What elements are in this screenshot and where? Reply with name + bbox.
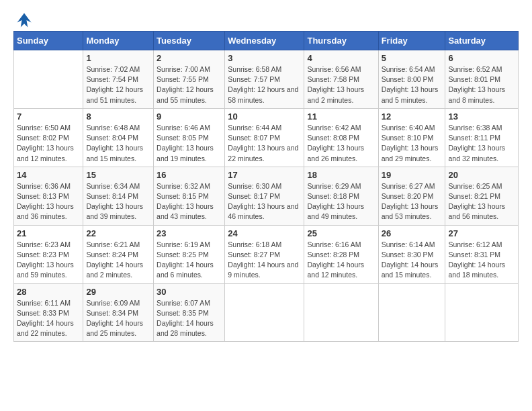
day-header-thursday: Thursday: [304, 32, 378, 50]
day-cell: 14 Sunrise: 6:36 AMSunset: 8:13 PMDaylig…: [14, 167, 83, 225]
day-info: Sunrise: 6:34 AMSunset: 8:14 PMDaylight:…: [86, 181, 150, 222]
day-info: Sunrise: 7:00 AMSunset: 7:55 PMDaylight:…: [157, 64, 222, 105]
day-cell: [14, 50, 83, 109]
day-info: Sunrise: 6:19 AMSunset: 8:25 PMDaylight:…: [157, 240, 222, 281]
logo-icon: [15, 11, 34, 30]
day-number: 27: [448, 228, 515, 238]
day-number: 26: [382, 228, 443, 238]
day-info: Sunrise: 6:44 AMSunset: 8:07 PMDaylight:…: [228, 123, 301, 164]
day-number: 23: [157, 228, 222, 238]
day-number: 30: [157, 287, 222, 297]
day-number: 16: [157, 170, 222, 180]
day-info: Sunrise: 6:58 AMSunset: 7:57 PMDaylight:…: [228, 64, 301, 105]
day-info: Sunrise: 6:46 AMSunset: 8:05 PMDaylight:…: [157, 123, 222, 164]
day-info: Sunrise: 6:42 AMSunset: 8:08 PMDaylight:…: [307, 123, 375, 164]
day-cell: 2 Sunrise: 7:00 AMSunset: 7:55 PMDayligh…: [154, 50, 225, 109]
day-info: Sunrise: 6:30 AMSunset: 8:17 PMDaylight:…: [228, 181, 301, 222]
day-info: Sunrise: 6:16 AMSunset: 8:28 PMDaylight:…: [307, 240, 375, 281]
day-number: 22: [86, 228, 150, 238]
day-cell: 23 Sunrise: 6:19 AMSunset: 8:25 PMDaylig…: [154, 225, 225, 283]
page-header: [13, 11, 519, 27]
day-info: Sunrise: 6:36 AMSunset: 8:13 PMDaylight:…: [17, 181, 80, 222]
day-cell: 1 Sunrise: 7:02 AMSunset: 7:54 PMDayligh…: [83, 50, 154, 109]
day-info: Sunrise: 6:07 AMSunset: 8:35 PMDaylight:…: [157, 298, 222, 339]
day-header-wednesday: Wednesday: [225, 32, 304, 50]
day-number: 18: [307, 170, 375, 180]
day-cell: [445, 283, 519, 342]
day-info: Sunrise: 6:25 AMSunset: 8:21 PMDaylight:…: [448, 181, 515, 222]
day-info: Sunrise: 6:29 AMSunset: 8:18 PMDaylight:…: [307, 181, 375, 222]
day-cell: 7 Sunrise: 6:50 AMSunset: 8:02 PMDayligh…: [14, 108, 83, 167]
day-cell: 8 Sunrise: 6:48 AMSunset: 8:04 PMDayligh…: [83, 108, 154, 167]
day-info: Sunrise: 6:12 AMSunset: 8:31 PMDaylight:…: [448, 240, 515, 281]
day-cell: [378, 283, 445, 342]
day-number: 15: [86, 170, 150, 180]
day-header-tuesday: Tuesday: [154, 32, 225, 50]
day-number: 21: [17, 228, 80, 238]
day-info: Sunrise: 6:27 AMSunset: 8:20 PMDaylight:…: [382, 181, 443, 222]
day-info: Sunrise: 6:38 AMSunset: 8:11 PMDaylight:…: [448, 123, 515, 164]
day-number: 6: [448, 53, 515, 63]
day-info: Sunrise: 6:40 AMSunset: 8:10 PMDaylight:…: [382, 123, 443, 164]
day-number: 24: [228, 228, 301, 238]
day-cell: 29 Sunrise: 6:09 AMSunset: 8:34 PMDaylig…: [83, 283, 154, 342]
day-cell: 18 Sunrise: 6:29 AMSunset: 8:18 PMDaylig…: [304, 167, 378, 225]
day-number: 17: [228, 170, 301, 180]
day-cell: 15 Sunrise: 6:34 AMSunset: 8:14 PMDaylig…: [83, 167, 154, 225]
day-info: Sunrise: 6:09 AMSunset: 8:34 PMDaylight:…: [86, 298, 150, 339]
day-info: Sunrise: 6:11 AMSunset: 8:33 PMDaylight:…: [17, 298, 80, 339]
day-cell: 19 Sunrise: 6:27 AMSunset: 8:20 PMDaylig…: [378, 167, 445, 225]
day-cell: 26 Sunrise: 6:14 AMSunset: 8:30 PMDaylig…: [378, 225, 445, 283]
week-row-2: 7 Sunrise: 6:50 AMSunset: 8:02 PMDayligh…: [14, 108, 519, 167]
day-number: 29: [86, 287, 150, 297]
day-info: Sunrise: 6:32 AMSunset: 8:15 PMDaylight:…: [157, 181, 222, 222]
day-number: 28: [17, 287, 80, 297]
day-cell: 4 Sunrise: 6:56 AMSunset: 7:58 PMDayligh…: [304, 50, 378, 109]
day-cell: 13 Sunrise: 6:38 AMSunset: 8:11 PMDaylig…: [445, 108, 519, 167]
week-row-5: 28 Sunrise: 6:11 AMSunset: 8:33 PMDaylig…: [14, 283, 519, 342]
day-number: 14: [17, 170, 80, 180]
calendar-body: 1 Sunrise: 7:02 AMSunset: 7:54 PMDayligh…: [14, 50, 519, 342]
day-header-friday: Friday: [378, 32, 445, 50]
logo: [13, 11, 34, 27]
day-cell: 17 Sunrise: 6:30 AMSunset: 8:17 PMDaylig…: [225, 167, 304, 225]
day-info: Sunrise: 6:48 AMSunset: 8:04 PMDaylight:…: [86, 123, 150, 164]
day-cell: 22 Sunrise: 6:21 AMSunset: 8:24 PMDaylig…: [83, 225, 154, 283]
day-number: 13: [448, 111, 515, 122]
day-info: Sunrise: 6:50 AMSunset: 8:02 PMDaylight:…: [17, 123, 80, 164]
day-info: Sunrise: 6:21 AMSunset: 8:24 PMDaylight:…: [86, 240, 150, 281]
day-cell: 5 Sunrise: 6:54 AMSunset: 8:00 PMDayligh…: [378, 50, 445, 109]
day-cell: [304, 283, 378, 342]
day-number: 8: [86, 111, 150, 122]
day-info: Sunrise: 6:56 AMSunset: 7:58 PMDaylight:…: [307, 64, 375, 105]
day-number: 19: [382, 170, 443, 180]
day-cell: 9 Sunrise: 6:46 AMSunset: 8:05 PMDayligh…: [154, 108, 225, 167]
day-number: 25: [307, 228, 375, 238]
day-cell: 6 Sunrise: 6:52 AMSunset: 8:01 PMDayligh…: [445, 50, 519, 109]
day-info: Sunrise: 6:52 AMSunset: 8:01 PMDaylight:…: [448, 64, 515, 105]
day-number: 9: [157, 111, 222, 122]
week-row-4: 21 Sunrise: 6:23 AMSunset: 8:23 PMDaylig…: [14, 225, 519, 283]
day-info: Sunrise: 6:54 AMSunset: 8:00 PMDaylight:…: [382, 64, 443, 105]
day-number: 4: [307, 53, 375, 63]
day-cell: 16 Sunrise: 6:32 AMSunset: 8:15 PMDaylig…: [154, 167, 225, 225]
day-cell: 12 Sunrise: 6:40 AMSunset: 8:10 PMDaylig…: [378, 108, 445, 167]
day-header-saturday: Saturday: [445, 32, 519, 50]
day-number: 11: [307, 111, 375, 122]
day-cell: 24 Sunrise: 6:18 AMSunset: 8:27 PMDaylig…: [225, 225, 304, 283]
svg-marker-0: [17, 13, 32, 28]
day-number: 5: [382, 53, 443, 63]
day-cell: 28 Sunrise: 6:11 AMSunset: 8:33 PMDaylig…: [14, 283, 83, 342]
day-header-monday: Monday: [83, 32, 154, 50]
day-info: Sunrise: 7:02 AMSunset: 7:54 PMDaylight:…: [86, 64, 150, 105]
week-row-1: 1 Sunrise: 7:02 AMSunset: 7:54 PMDayligh…: [14, 50, 519, 109]
day-cell: [225, 283, 304, 342]
day-number: 12: [382, 111, 443, 122]
day-number: 3: [228, 53, 301, 63]
day-cell: 21 Sunrise: 6:23 AMSunset: 8:23 PMDaylig…: [14, 225, 83, 283]
week-row-3: 14 Sunrise: 6:36 AMSunset: 8:13 PMDaylig…: [14, 167, 519, 225]
day-cell: 20 Sunrise: 6:25 AMSunset: 8:21 PMDaylig…: [445, 167, 519, 225]
day-number: 2: [157, 53, 222, 63]
day-info: Sunrise: 6:18 AMSunset: 8:27 PMDaylight:…: [228, 240, 301, 281]
day-info: Sunrise: 6:14 AMSunset: 8:30 PMDaylight:…: [382, 240, 443, 281]
